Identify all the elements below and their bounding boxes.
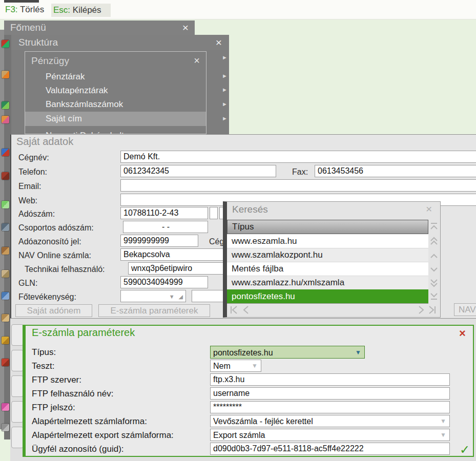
nav-first-icon[interactable] <box>229 304 240 317</box>
dropdown-arrow-icon[interactable]: ▼ <box>440 431 447 438</box>
adoszam-extra-box[interactable] <box>210 207 218 219</box>
sajat-adonem-button[interactable]: Saját adónem <box>15 304 92 317</box>
menu-icon[interactable] <box>2 71 9 78</box>
list-item[interactable]: www.eszamla.hu <box>227 234 428 248</box>
nav-button-clipped[interactable]: NAV <box>454 303 476 316</box>
hidden-toolbar-button[interactable] <box>11 427 24 448</box>
web-label: Web: <box>18 196 37 205</box>
menu-icon[interactable] <box>2 270 9 278</box>
menu-icon[interactable] <box>2 223 9 231</box>
cegnev-label: Cégnév: <box>18 153 49 162</box>
list-item[interactable]: Mentés fájlba <box>227 262 428 276</box>
resize-corner-icon[interactable]: ◢ <box>179 294 183 300</box>
kereses-close-icon[interactable]: × <box>426 203 432 215</box>
list-item[interactable]: www.szamlazz.hu/xmlszamla <box>227 276 428 289</box>
cegnev-input[interactable]: Demó Kft. <box>120 151 476 163</box>
ftp-user-input[interactable]: username <box>210 387 450 400</box>
menu-item-penztarak[interactable]: Pénztárak <box>25 70 206 83</box>
menu-icon[interactable] <box>2 292 9 300</box>
eszamla-parameterek-button[interactable]: E-számla paraméterek <box>98 304 210 317</box>
menu-icon[interactable] <box>2 40 9 48</box>
confirm-check-icon[interactable]: ✓ <box>460 443 470 457</box>
dropdown-arrow-icon[interactable]: ▼ <box>252 362 259 369</box>
page-down-icon[interactable] <box>429 277 440 288</box>
nav-prev-icon[interactable] <box>241 304 252 317</box>
menu-item-sajat-cim[interactable]: Saját cím <box>25 112 206 126</box>
scroll-top-icon[interactable] <box>429 221 440 232</box>
hidden-toolbar-button[interactable] <box>11 350 24 371</box>
window-penzugy: Pénzügy × Pénztárak Valutapénztárak Bank… <box>25 51 206 134</box>
submenu-arrow-icon[interactable]: ► <box>222 73 229 79</box>
eszamla-close-icon[interactable]: × <box>459 327 466 340</box>
page-up-icon[interactable] <box>429 235 440 246</box>
nav-next-icon[interactable] <box>415 304 426 317</box>
dropdown-arrow-icon[interactable]: ▼ <box>440 417 447 425</box>
menu-icon[interactable] <box>2 314 9 322</box>
export-szamlaforma-dropdown[interactable]: Export számla ▼ <box>210 429 450 441</box>
ftp-jelszo-input[interactable]: ********* <box>210 401 450 413</box>
menu-icon[interactable] <box>2 359 9 366</box>
menu-item-clipped[interactable]: Nemzeti Dohánybolt <box>25 129 206 134</box>
row-down-icon[interactable] <box>429 264 440 275</box>
menu-icon[interactable] <box>2 101 9 109</box>
penzugy-titlebar[interactable]: Pénzügy × <box>25 52 206 68</box>
fotevekenyseg-dropdown[interactable]: ▼ ◢ <box>120 290 186 302</box>
hotkey-esc-label: Kilépés <box>73 5 101 15</box>
guid-input[interactable]: d090d0b3-7d97-e511-8118-ac5ff4e22222 <box>210 443 450 455</box>
dropdown-arrow-icon[interactable]: ▼ <box>355 349 362 356</box>
list-item[interactable]: www.szamlakozpont.hu <box>227 248 428 262</box>
hotkey-f3-key: F3: <box>5 5 18 14</box>
technikai-input[interactable]: wnxq3p6etipwiro <box>128 262 235 275</box>
dialog-eszamla-parameterek: E-számla paraméterek × Típus: pontosfize… <box>23 325 474 457</box>
menu-icon[interactable] <box>2 201 9 208</box>
ftp-szerver-input[interactable]: ftp.x3.hu <box>210 373 450 386</box>
telefon-input[interactable]: 0612342345 <box>120 165 276 177</box>
menu-icon[interactable] <box>2 424 9 431</box>
submenu-arrow-icon[interactable]: ► <box>222 115 229 121</box>
nav-online-input[interactable]: Bekapcsolva <box>120 248 235 261</box>
email-input[interactable] <box>120 179 476 192</box>
gln-input[interactable]: 5990034094999 <box>120 276 208 288</box>
fax-input[interactable]: 0613453456 <box>315 165 476 177</box>
fomenu-titlebar[interactable]: Főmenü × <box>4 20 195 35</box>
hidden-toolbar-button[interactable] <box>11 401 24 423</box>
teszt-label: Teszt: <box>32 361 54 371</box>
menu-icon[interactable] <box>2 116 9 123</box>
hotkey-f3[interactable]: F3: Törlés <box>5 5 44 15</box>
hotkey-esc[interactable]: Esc: Kilépés <box>51 4 111 17</box>
adoszam-input[interactable]: 10788110-2-43 <box>120 207 208 219</box>
nav-last-icon[interactable] <box>426 304 438 317</box>
ftp-szerver-label: FTP szerver: <box>32 375 81 385</box>
telefon-label: Telefon: <box>18 167 47 177</box>
menu-icon[interactable] <box>2 337 9 344</box>
submenu-arrow-icon[interactable]: ► <box>222 54 229 60</box>
teszt-dropdown[interactable]: Nem ▼ <box>210 360 261 372</box>
row-up-icon[interactable] <box>429 250 440 262</box>
list-item-selected[interactable]: pontosfizetes.hu <box>227 289 428 303</box>
adoazonosito-input[interactable]: 9999999999 <box>120 235 198 247</box>
hidden-toolbar-button[interactable] <box>11 375 24 397</box>
menu-icon[interactable] <box>2 403 9 411</box>
fomenu-close-icon[interactable]: × <box>182 23 189 33</box>
hidden-toolbar-button[interactable] <box>11 324 24 346</box>
csoportos-adoszam-input[interactable]: - - <box>123 221 208 233</box>
submenu-arrow-icon[interactable]: ► <box>222 101 229 107</box>
submenu-arrow-icon[interactable]: ► <box>222 87 229 93</box>
technikai-label: Technikai felhasználó: <box>25 265 105 274</box>
struktura-close-icon[interactable]: × <box>216 37 222 48</box>
struktura-titlebar[interactable]: Struktúra × <box>11 35 229 50</box>
menu-icon[interactable] <box>2 172 9 180</box>
penzugy-close-icon[interactable]: × <box>194 55 200 67</box>
adoazonosito-label: Adóazonosító jel: <box>18 237 81 246</box>
menu-icon[interactable] <box>2 247 9 255</box>
kereses-column-header[interactable]: Típus <box>227 220 428 234</box>
menu-item-valutapenztarak[interactable]: Valutapénztárak <box>25 84 206 97</box>
szamlaforma-dropdown[interactable]: Vevőszámla - fejléc kerettel ▼ <box>210 415 450 427</box>
menu-item-bankszamlaszamok[interactable]: Bankszámlaszámok <box>25 98 206 111</box>
fax-label: Fax: <box>292 167 308 177</box>
menu-icon[interactable] <box>2 149 9 156</box>
tipus-dropdown[interactable]: pontosfizetes.hu ▼ <box>210 346 365 359</box>
guid-label: Ügyfél azonosító (guid): <box>32 444 124 454</box>
dropdown-arrow-icon[interactable]: ▼ <box>169 294 175 300</box>
scroll-bottom-icon[interactable] <box>429 290 440 302</box>
